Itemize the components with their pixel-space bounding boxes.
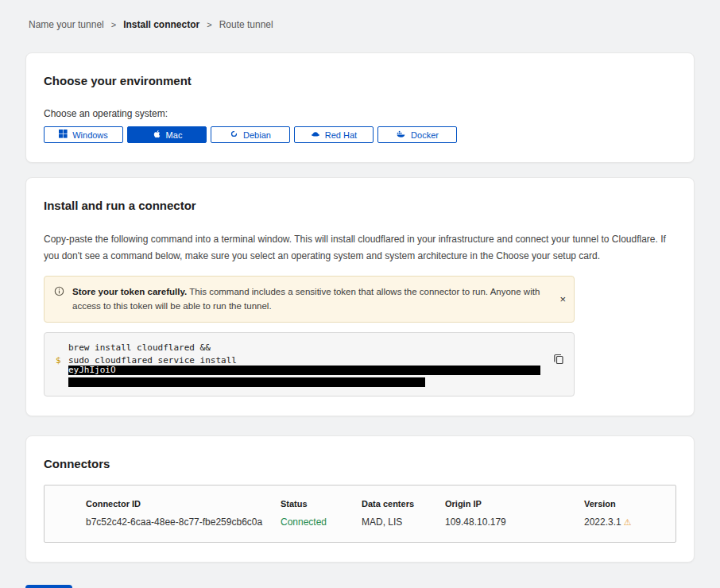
os-button-windows[interactable]: Windows [44, 126, 123, 143]
debian-icon [230, 130, 238, 140]
connectors-table-header: Connector ID Status Data centers Origin … [86, 499, 660, 509]
os-button-label: Mac [166, 130, 183, 140]
page: Name your tunnel > Install connector > R… [0, 0, 720, 588]
os-button-label: Docker [411, 130, 439, 140]
os-button-debian[interactable]: Debian [211, 126, 290, 143]
table-row: b7c52c42-6caa-48ee-8c77-fbe259cb6c0a Con… [86, 516, 660, 528]
breadcrumb: Name your tunnel > Install connector > R… [25, 0, 695, 30]
command-line-1: brew install cloudflared && [56, 342, 542, 354]
install-instructions-text: Copy-paste the following command into a … [44, 231, 676, 265]
header-connector-id: Connector ID [86, 499, 281, 509]
header-data-centers: Data centers [362, 499, 445, 509]
breadcrumb-separator: > [207, 20, 211, 29]
os-button-docker[interactable]: Docker [377, 126, 457, 143]
connectors-card: Connectors Connector ID Status Data cent… [25, 435, 695, 563]
windows-icon [59, 130, 68, 140]
breadcrumb-step-name-tunnel[interactable]: Name your tunnel [29, 19, 104, 30]
breadcrumb-separator: > [111, 20, 116, 29]
token-line-2 [56, 377, 542, 387]
next-button[interactable]: Next [25, 585, 72, 588]
os-button-row: Windows Mac Debian Red Hat [44, 126, 676, 143]
environment-card-title: Choose your environment [44, 74, 676, 87]
redhat-icon [311, 130, 320, 140]
os-select-label: Choose an operating system: [44, 108, 676, 119]
warning-icon: ⚠ [624, 517, 632, 527]
os-button-label: Red Hat [325, 130, 357, 140]
apple-icon [152, 129, 161, 141]
os-button-label: Windows [72, 130, 108, 140]
environment-card: Choose your environment Choose an operat… [25, 52, 695, 163]
close-icon[interactable]: × [559, 294, 566, 304]
token-warning-bold: Store your token carefully. [72, 287, 187, 296]
version-number: 2022.3.1 [584, 516, 621, 528]
token-prefix: eyJhIjoiO [68, 366, 116, 375]
token-warning-text: Store your token carefully. This command… [72, 284, 547, 314]
status-badge: Connected [281, 516, 362, 528]
install-connector-card: Install and run a connector Copy-paste t… [25, 177, 695, 416]
install-connector-title: Install and run a connector [44, 199, 676, 212]
data-centers-value: MAD, LIS [362, 516, 445, 528]
breadcrumb-step-route-tunnel[interactable]: Route tunnel [219, 19, 273, 30]
info-icon [54, 286, 64, 314]
copy-icon[interactable] [553, 354, 564, 367]
docker-icon [396, 130, 406, 140]
os-button-label: Debian [243, 130, 271, 140]
connector-id-value: b7c52c42-6caa-48ee-8c77-fbe259cb6c0a [86, 516, 281, 528]
os-button-mac[interactable]: Mac [127, 126, 207, 143]
redacted-token-bar [68, 377, 425, 387]
header-version: Version [584, 499, 660, 509]
command-line-2-text: sudo cloudflared service install [68, 355, 237, 366]
terminal-prompt: $ [56, 354, 65, 367]
terminal-command-block: brew install cloudflared && $sudo cloudf… [44, 332, 575, 397]
breadcrumb-step-install-connector[interactable]: Install connector [123, 19, 199, 30]
os-button-redhat[interactable]: Red Hat [294, 126, 374, 143]
token-warning-banner: Store your token carefully. This command… [44, 276, 575, 323]
header-status: Status [281, 499, 362, 509]
origin-ip-value: 109.48.10.179 [445, 516, 584, 528]
token-line-1: eyJhIjoiO [56, 367, 542, 377]
header-origin-ip: Origin IP [445, 499, 584, 509]
version-value: 2022.3.1⚠ [584, 516, 660, 528]
connectors-table: Connector ID Status Data centers Origin … [44, 485, 676, 543]
connectors-title: Connectors [44, 457, 676, 470]
redacted-token-bar: eyJhIjoiO [68, 366, 540, 375]
